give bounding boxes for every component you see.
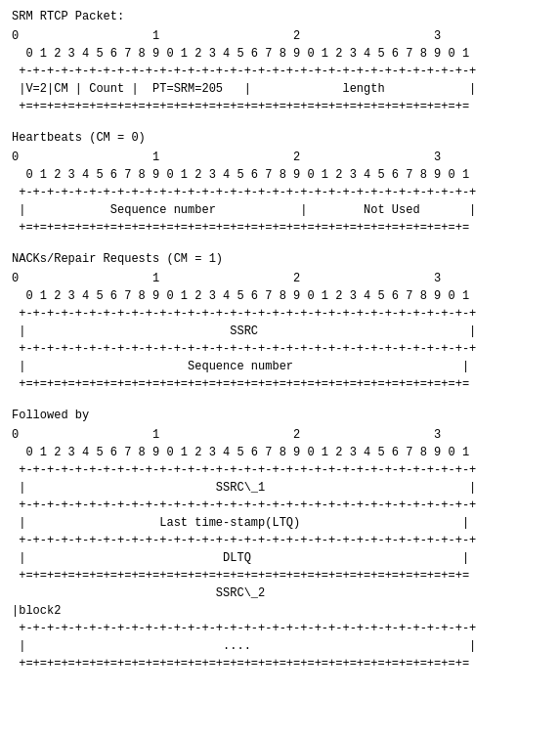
- fb-line-8: +=+=+=+=+=+=+=+=+=+=+=+=+=+=+=+=+=+=+=+=…: [12, 567, 548, 584]
- fb-line-2: +-+-+-+-+-+-+-+-+-+-+-+-+-+-+-+-+-+-+-+-…: [12, 461, 548, 479]
- nk-line-6: | Sequence number |: [12, 358, 548, 375]
- srm-line-4: +=+=+=+=+=+=+=+=+=+=+=+=+=+=+=+=+=+=+=+=…: [12, 98, 548, 115]
- hb-line-4: +=+=+=+=+=+=+=+=+=+=+=+=+=+=+=+=+=+=+=+=…: [12, 219, 548, 237]
- heartbeats-title: Heartbeats (CM = 0): [12, 131, 548, 145]
- fb-line-3: | SSRC\_1 |: [12, 479, 548, 497]
- fb-line-5: | Last time-stamp(LTQ) |: [12, 514, 548, 532]
- fb-line-9: SSRC\_2: [12, 584, 548, 602]
- fb-line-12: | .... |: [12, 637, 548, 655]
- nk-line-7: +=+=+=+=+=+=+=+=+=+=+=+=+=+=+=+=+=+=+=+=…: [12, 375, 548, 393]
- nacks-title: NACKs/Repair Requests (CM = 1): [12, 252, 548, 266]
- fb-line-13: +=+=+=+=+=+=+=+=+=+=+=+=+=+=+=+=+=+=+=+=…: [12, 655, 548, 672]
- fb-line-10: |block2: [12, 602, 548, 620]
- hb-line-3: | Sequence number | Not Used |: [12, 201, 548, 219]
- fb-line-0: 0 1 2 3: [12, 426, 548, 444]
- srm-line-0: 0 1 2 3: [12, 27, 548, 45]
- nacks-section: NACKs/Repair Requests (CM = 1) 0 1 2 3 0…: [12, 252, 548, 393]
- fb-line-7: | DLTQ |: [12, 549, 548, 567]
- followed-by-diagram: 0 1 2 3 0 1 2 3 4 5 6 7 8 9 0 1 2 3 4 5 …: [12, 426, 548, 672]
- fb-line-6: +-+-+-+-+-+-+-+-+-+-+-+-+-+-+-+-+-+-+-+-…: [12, 532, 548, 549]
- srm-line-3: |V=2|CM | Count | PT=SRM=205 | length |: [12, 80, 548, 98]
- heartbeats-diagram: 0 1 2 3 0 1 2 3 4 5 6 7 8 9 0 1 2 3 4 5 …: [12, 149, 548, 237]
- fb-line-1: 0 1 2 3 4 5 6 7 8 9 0 1 2 3 4 5 6 7 8 9 …: [12, 444, 548, 461]
- hb-line-0: 0 1 2 3: [12, 149, 548, 166]
- nk-line-4: | SSRC |: [12, 323, 548, 340]
- srm-packet-section: SRM RTCP Packet: 0 1 2 3 0 1 2 3 4 5 6 7…: [12, 10, 548, 115]
- hb-line-2: +-+-+-+-+-+-+-+-+-+-+-+-+-+-+-+-+-+-+-+-…: [12, 184, 548, 201]
- srm-line-1: 0 1 2 3 4 5 6 7 8 9 0 1 2 3 4 5 6 7 8 9 …: [12, 45, 548, 63]
- fb-line-4: +-+-+-+-+-+-+-+-+-+-+-+-+-+-+-+-+-+-+-+-…: [12, 497, 548, 514]
- srm-line-2: +-+-+-+-+-+-+-+-+-+-+-+-+-+-+-+-+-+-+-+-…: [12, 63, 548, 80]
- nacks-diagram: 0 1 2 3 0 1 2 3 4 5 6 7 8 9 0 1 2 3 4 5 …: [12, 270, 548, 393]
- followed-by-section: Followed by 0 1 2 3 0 1 2 3 4 5 6 7 8 9 …: [12, 409, 548, 672]
- nk-line-3: +-+-+-+-+-+-+-+-+-+-+-+-+-+-+-+-+-+-+-+-…: [12, 305, 548, 323]
- heartbeats-section: Heartbeats (CM = 0) 0 1 2 3 0 1 2 3 4 5 …: [12, 131, 548, 237]
- nk-line-1: 0 1 2 3: [12, 270, 548, 287]
- srm-packet-diagram: 0 1 2 3 0 1 2 3 4 5 6 7 8 9 0 1 2 3 4 5 …: [12, 27, 548, 115]
- page-container: SRM RTCP Packet: 0 1 2 3 0 1 2 3 4 5 6 7…: [12, 10, 548, 672]
- fb-line-11: +-+-+-+-+-+-+-+-+-+-+-+-+-+-+-+-+-+-+-+-…: [12, 620, 548, 637]
- nk-line-2: 0 1 2 3 4 5 6 7 8 9 0 1 2 3 4 5 6 7 8 9 …: [12, 287, 548, 305]
- nk-line-5: +-+-+-+-+-+-+-+-+-+-+-+-+-+-+-+-+-+-+-+-…: [12, 340, 548, 358]
- hb-line-1: 0 1 2 3 4 5 6 7 8 9 0 1 2 3 4 5 6 7 8 9 …: [12, 166, 548, 184]
- srm-packet-title: SRM RTCP Packet:: [12, 10, 548, 23]
- followed-by-title: Followed by: [12, 409, 548, 422]
